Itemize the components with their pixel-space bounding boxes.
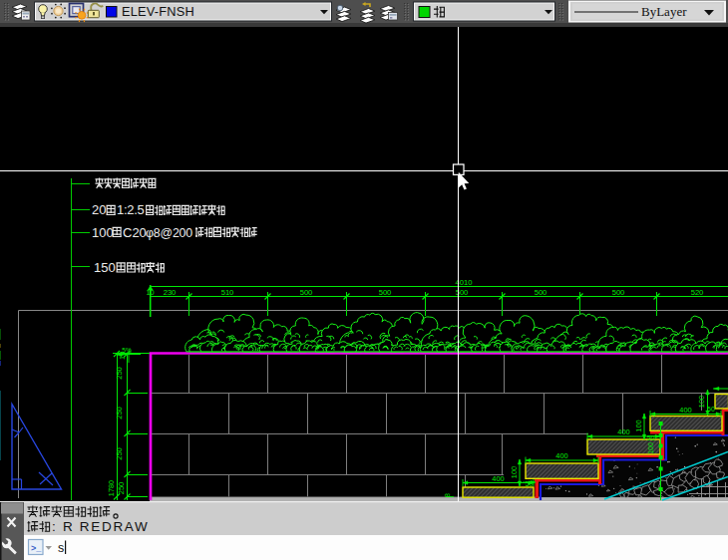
svg-text:510: 510 xyxy=(221,288,234,297)
svg-text:10: 10 xyxy=(146,288,154,297)
svg-text:100: 100 xyxy=(647,442,654,454)
svg-text:500: 500 xyxy=(379,288,392,297)
svg-text:>_: >_ xyxy=(31,543,42,553)
svg-text:400: 400 xyxy=(492,474,504,483)
svg-text:250: 250 xyxy=(115,447,124,460)
svg-text:100: 100 xyxy=(634,420,643,431)
svg-text:s: s xyxy=(58,541,64,555)
svg-text:250: 250 xyxy=(115,407,124,420)
svg-text:250: 250 xyxy=(115,367,124,380)
svg-text:400: 400 xyxy=(679,406,691,415)
svg-text:1780: 1780 xyxy=(107,480,116,496)
svg-text:50: 50 xyxy=(707,406,715,413)
svg-text:50: 50 xyxy=(647,433,655,442)
svg-text:φ8@200: φ8@200 xyxy=(146,226,192,240)
svg-text:500: 500 xyxy=(612,288,625,297)
svg-text:100: 100 xyxy=(697,396,706,408)
svg-text:230: 230 xyxy=(164,288,177,297)
svg-text:ELEV-FNSH: ELEV-FNSH xyxy=(122,4,194,19)
svg-text:400: 400 xyxy=(617,427,629,436)
svg-text:250: 250 xyxy=(117,482,126,495)
svg-text:500: 500 xyxy=(535,288,547,297)
svg-text:1:2.5: 1:2.5 xyxy=(117,202,144,217)
svg-text:5%: 5% xyxy=(122,347,132,354)
svg-text:500: 500 xyxy=(300,288,313,297)
svg-text:: R REDRAW: : R REDRAW xyxy=(52,519,150,534)
svg-text:100: 100 xyxy=(510,466,519,478)
svg-text:500: 500 xyxy=(456,288,469,297)
svg-text:150: 150 xyxy=(94,260,116,275)
svg-text:20: 20 xyxy=(92,202,106,217)
svg-text:520: 520 xyxy=(691,288,704,297)
svg-text:400: 400 xyxy=(555,451,567,460)
svg-text:ByLayer: ByLayer xyxy=(641,4,687,19)
svg-text:100: 100 xyxy=(92,225,114,240)
svg-text:C20: C20 xyxy=(123,225,147,240)
